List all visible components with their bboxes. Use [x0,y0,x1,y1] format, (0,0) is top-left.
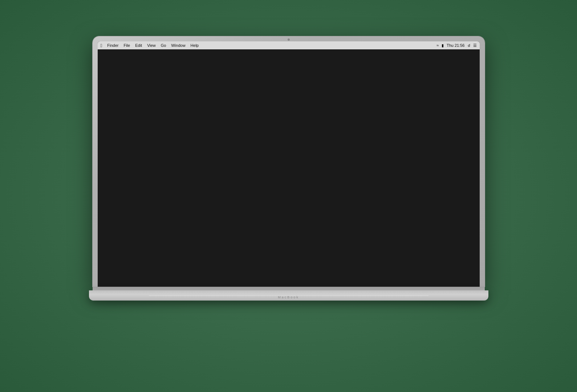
menubar-time: Thu 21:56 [447,43,465,48]
menu-file[interactable]: File [123,43,130,48]
menu-help[interactable]: Help [191,43,199,48]
search-menubar-icon[interactable]: ☌ [468,43,470,48]
battery-icon: ▮ [442,43,444,48]
menubar-right: ≈ ▮ Thu 21:56 ☌ ☰ [436,43,477,48]
wifi-icon: ≈ [436,43,439,48]
apple-menu-icon[interactable]:  [101,43,102,48]
menu-go[interactable]: Go [161,43,166,48]
screen:  Finder File Edit View Go Window Help ≈… [98,41,480,287]
macbook-hinge [93,287,485,290]
screen-bezel:  Finder File Edit View Go Window Help ≈… [93,36,485,287]
menu-window[interactable]: Window [171,43,185,48]
base-reflection [149,295,428,296]
menubar-left:  Finder File Edit View Go Window Help [101,43,199,48]
camera-dot [288,38,290,41]
macbook-base: MacBook [89,290,488,301]
menu-finder[interactable]: Finder [107,43,118,48]
menu-view[interactable]: View [147,43,156,48]
macos-menubar:  Finder File Edit View Go Window Help ≈… [98,41,480,49]
macbook-label: MacBook [278,295,299,299]
menubar-controls-icon[interactable]: ☰ [473,43,477,48]
menu-edit[interactable]: Edit [135,43,142,48]
macbook-device:  Finder File Edit View Go Window Help ≈… [89,36,488,356]
